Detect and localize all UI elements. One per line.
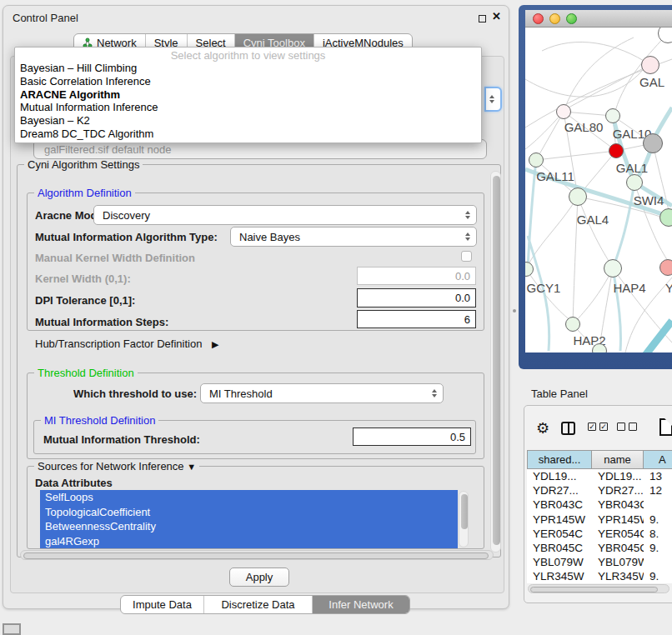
mi-threshold-label: Mutual Information Threshold:	[43, 433, 200, 446]
network-node-swi4[interactable]	[626, 174, 643, 191]
table-cell: 12	[644, 483, 672, 498]
table-panel-title: Table Panel	[531, 388, 588, 400]
tab-impute-data[interactable]: Impute Data	[121, 596, 204, 613]
column-header-shared[interactable]: shared...	[527, 450, 592, 469]
algorithm-popup-item[interactable]: Bayesian – Hill Climbing	[15, 62, 481, 75]
file-icon[interactable]	[659, 418, 672, 436]
chevron-right-icon: ▶	[212, 339, 218, 349]
network-node-label: SWI4	[634, 193, 664, 208]
table-cell: YBR043C	[592, 498, 644, 512]
data-attribute-item[interactable]: SelfLoops	[40, 490, 458, 505]
tab-infer-network[interactable]: Infer Network	[313, 596, 409, 613]
table-cell: YBL079W	[527, 555, 592, 569]
mi-steps-label: Mutual Information Steps:	[35, 316, 168, 328]
kernel-width-field[interactable]: 0.0	[357, 267, 476, 285]
network-node-label: Y	[665, 281, 672, 295]
tab-discretize-data[interactable]: Discretize Data	[204, 596, 313, 613]
deselect-all-columns-icon[interactable]	[617, 422, 637, 431]
mi-steps-field[interactable]: 6	[357, 310, 476, 328]
table-row[interactable]: YBL079WYBL079W	[527, 555, 672, 569]
minimize-traffic-light[interactable]	[549, 13, 560, 24]
manual-kernel-checkbox[interactable]	[461, 251, 472, 262]
network-canvas[interactable]: GALGAL80GAL10GAL1GAL11SWI4GAL4GCY1HAP4YH…	[525, 28, 672, 352]
table-cell: 9.	[644, 512, 672, 527]
settings-vertical-scrollbar[interactable]	[490, 171, 501, 552]
sources-title-label: Sources for Network Inference	[38, 460, 184, 472]
table-row[interactable]: YPR145WYPR145W9.	[527, 512, 672, 527]
table-row[interactable]: YDL19...YDL19...13	[527, 469, 672, 483]
mi-type-label: Mutual Information Algorithm Type:	[35, 231, 218, 243]
table-cell: YDL19...	[592, 469, 644, 483]
network-node-label: GAL1	[616, 161, 648, 175]
float-window-icon[interactable]	[479, 15, 486, 22]
group-title: Threshold Definition	[34, 367, 138, 379]
network-node-gal80[interactable]	[556, 104, 571, 119]
mi-type-combo[interactable]: Naive Bayes	[230, 227, 477, 247]
algorithm-popup-item[interactable]: Basic Correlation Inference	[15, 75, 481, 88]
chevron-down-icon: ▼	[187, 462, 196, 472]
collapsed-panel-grip[interactable]	[3, 623, 21, 635]
table-cell: 8.	[644, 527, 672, 541]
which-threshold-label: Which threshold to use:	[73, 388, 197, 400]
table-body: YDL19...YDL19...13YDR27...YDR27...12YBR0…	[527, 469, 672, 583]
data-attribute-item[interactable]: BetweennessCentrality	[40, 519, 458, 534]
algorithm-popup-item[interactable]: ARACNE Algorithm	[15, 88, 481, 102]
network-node-gal[interactable]	[641, 56, 659, 74]
table-cell: YLR345W	[527, 569, 592, 583]
network-node-gal1[interactable]	[609, 143, 624, 158]
dpi-tolerance-field[interactable]: 0.0	[357, 288, 476, 308]
network-node-label: GAL80	[564, 120, 604, 134]
table-row[interactable]: YDR27...YDR27...12	[527, 483, 672, 498]
pane-divider-handle[interactable]	[513, 309, 516, 312]
aracne-mode-value: Discovery	[103, 209, 150, 222]
network-node-hap4[interactable]	[604, 259, 622, 278]
data-attributes-list: SelfLoopsTopologicalCoefficientBetweenne…	[40, 490, 458, 548]
data-attribute-item[interactable]: TopologicalCoefficient	[40, 505, 458, 520]
which-threshold-value: MI Threshold	[209, 388, 273, 400]
algorithm-combo-stepper[interactable]	[484, 87, 502, 112]
network-node-hap2[interactable]	[565, 317, 580, 332]
mi-threshold-field[interactable]: 0.5	[353, 428, 471, 446]
network-node[interactable]	[643, 133, 663, 153]
algorithm-popup-item[interactable]: Bayesian – K2	[15, 114, 481, 128]
close-icon[interactable]: ✕	[492, 10, 501, 22]
table-cell: YDR27...	[527, 483, 592, 498]
network-node-gal4[interactable]	[569, 188, 587, 206]
gear-icon[interactable]: ⚙	[536, 419, 549, 438]
settings-horizontal-scrollbar[interactable]	[20, 550, 494, 560]
aracne-mode-combo[interactable]: Discovery	[93, 205, 477, 225]
network-node-gal11[interactable]	[529, 152, 544, 168]
network-window-titlebar[interactable]	[525, 10, 672, 28]
network-node-y[interactable]	[659, 259, 672, 276]
network-node-gal10[interactable]	[605, 108, 620, 123]
attributes-scrollbar[interactable]	[459, 491, 469, 548]
data-attribute-item[interactable]: gal4RGexp	[40, 534, 458, 549]
close-traffic-light[interactable]	[533, 13, 544, 24]
table-row[interactable]: YBR043CYBR043C	[527, 498, 672, 512]
dpi-tolerance-label: DPI Tolerance [0,1]:	[35, 294, 135, 307]
table-cell: YBR045C	[592, 541, 644, 555]
kernel-width-label: Kernel Width (0,1):	[35, 272, 131, 285]
table-horizontal-scrollbar[interactable]	[528, 584, 669, 593]
network-node[interactable]	[592, 343, 607, 352]
group-title: Cyni Algorithm Settings	[24, 158, 143, 171]
table-cell: YPR145W	[592, 512, 644, 527]
hub-definition-toggle[interactable]: Hub/Transcription Factor Definition ▶	[35, 338, 218, 350]
algorithm-dropdown-popup: Select algorithm to view settings Bayesi…	[14, 47, 482, 143]
column-header-partial[interactable]: A	[644, 450, 672, 469]
algorithm-popup-item[interactable]: Dream8 DC_TDC Algorithm	[15, 128, 481, 141]
network-node-label: GAL	[639, 75, 664, 89]
zoom-traffic-light[interactable]	[566, 13, 577, 24]
select-all-columns-icon[interactable]: ✓✓	[588, 422, 608, 431]
table-cell: YBR043C	[527, 498, 592, 512]
algorithm-popup-item[interactable]: Mutual Information Inference	[15, 101, 481, 114]
apply-button[interactable]: Apply	[229, 568, 289, 587]
table-row[interactable]: YBR045CYBR045C9.	[527, 541, 672, 555]
column-header-name[interactable]: name	[592, 450, 644, 469]
which-threshold-combo[interactable]: MI Threshold	[200, 383, 444, 403]
split-columns-icon[interactable]	[561, 422, 575, 435]
table-row[interactable]: YLR345WYLR345W9.	[527, 569, 672, 583]
network-node[interactable]	[659, 208, 672, 227]
sources-group-title[interactable]: Sources for Network Inference ▼	[34, 460, 199, 472]
table-row[interactable]: YER054CYER054C8.	[527, 527, 672, 541]
